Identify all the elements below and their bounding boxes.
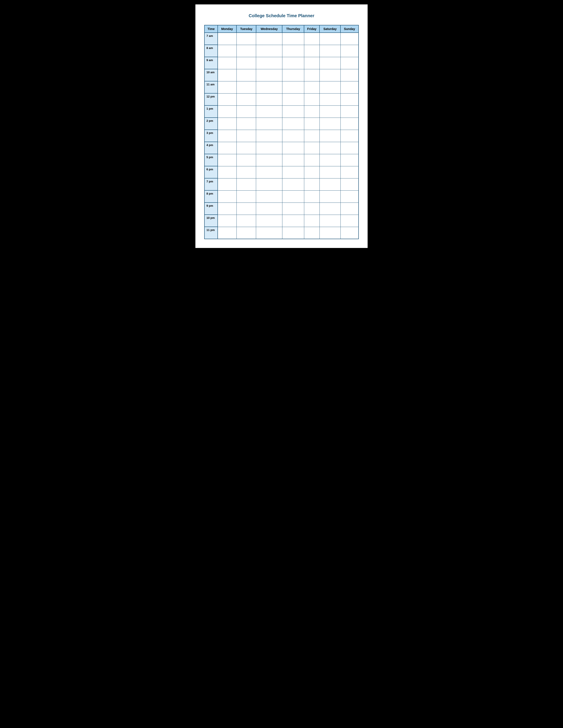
- cell-saturday-7-am[interactable]: [320, 33, 341, 45]
- cell-tuesday-8-pm[interactable]: [236, 190, 256, 203]
- cell-saturday-9-pm[interactable]: [320, 203, 341, 215]
- cell-wednesday-9-am[interactable]: [256, 57, 282, 69]
- cell-wednesday-9-pm[interactable]: [256, 203, 282, 215]
- cell-saturday-8-pm[interactable]: [320, 190, 341, 203]
- cell-monday-5-pm[interactable]: [218, 154, 236, 166]
- cell-wednesday-7-am[interactable]: [256, 33, 282, 45]
- cell-monday-8-pm[interactable]: [218, 190, 236, 203]
- cell-sunday-9-pm[interactable]: [341, 203, 359, 215]
- cell-sunday-9-am[interactable]: [341, 57, 359, 69]
- cell-friday-8-am[interactable]: [304, 45, 320, 57]
- cell-tuesday-12-pm[interactable]: [236, 93, 256, 105]
- cell-thursday-2-pm[interactable]: [282, 118, 304, 130]
- cell-sunday-12-pm[interactable]: [341, 93, 359, 105]
- cell-wednesday-11-pm[interactable]: [256, 227, 282, 239]
- cell-monday-8-am[interactable]: [218, 45, 236, 57]
- cell-tuesday-9-pm[interactable]: [236, 203, 256, 215]
- cell-monday-12-pm[interactable]: [218, 93, 236, 105]
- cell-thursday-3-pm[interactable]: [282, 130, 304, 142]
- cell-tuesday-11-am[interactable]: [236, 81, 256, 93]
- cell-thursday-5-pm[interactable]: [282, 154, 304, 166]
- cell-friday-5-pm[interactable]: [304, 154, 320, 166]
- cell-friday-12-pm[interactable]: [304, 93, 320, 105]
- cell-friday-9-am[interactable]: [304, 57, 320, 69]
- cell-friday-8-pm[interactable]: [304, 190, 320, 203]
- cell-monday-11-pm[interactable]: [218, 227, 236, 239]
- cell-thursday-9-pm[interactable]: [282, 203, 304, 215]
- cell-wednesday-1-pm[interactable]: [256, 105, 282, 118]
- cell-wednesday-4-pm[interactable]: [256, 142, 282, 154]
- cell-thursday-7-am[interactable]: [282, 33, 304, 45]
- cell-tuesday-11-pm[interactable]: [236, 227, 256, 239]
- cell-sunday-11-pm[interactable]: [341, 227, 359, 239]
- cell-monday-7-am[interactable]: [218, 33, 236, 45]
- cell-sunday-8-pm[interactable]: [341, 190, 359, 203]
- cell-monday-1-pm[interactable]: [218, 105, 236, 118]
- cell-saturday-1-pm[interactable]: [320, 105, 341, 118]
- cell-wednesday-3-pm[interactable]: [256, 130, 282, 142]
- cell-thursday-1-pm[interactable]: [282, 105, 304, 118]
- cell-wednesday-8-am[interactable]: [256, 45, 282, 57]
- cell-sunday-2-pm[interactable]: [341, 118, 359, 130]
- cell-saturday-4-pm[interactable]: [320, 142, 341, 154]
- cell-thursday-10-am[interactable]: [282, 69, 304, 81]
- cell-saturday-9-am[interactable]: [320, 57, 341, 69]
- cell-wednesday-7-pm[interactable]: [256, 178, 282, 190]
- cell-tuesday-10-pm[interactable]: [236, 215, 256, 227]
- cell-tuesday-2-pm[interactable]: [236, 118, 256, 130]
- cell-tuesday-7-pm[interactable]: [236, 178, 256, 190]
- cell-sunday-4-pm[interactable]: [341, 142, 359, 154]
- cell-saturday-2-pm[interactable]: [320, 118, 341, 130]
- cell-monday-3-pm[interactable]: [218, 130, 236, 142]
- cell-wednesday-5-pm[interactable]: [256, 154, 282, 166]
- cell-monday-10-am[interactable]: [218, 69, 236, 81]
- cell-thursday-9-am[interactable]: [282, 57, 304, 69]
- cell-friday-11-am[interactable]: [304, 81, 320, 93]
- cell-wednesday-8-pm[interactable]: [256, 190, 282, 203]
- cell-monday-7-pm[interactable]: [218, 178, 236, 190]
- cell-sunday-6-pm[interactable]: [341, 166, 359, 178]
- cell-sunday-11-am[interactable]: [341, 81, 359, 93]
- cell-sunday-7-am[interactable]: [341, 33, 359, 45]
- cell-monday-11-am[interactable]: [218, 81, 236, 93]
- cell-friday-10-pm[interactable]: [304, 215, 320, 227]
- cell-friday-7-am[interactable]: [304, 33, 320, 45]
- cell-saturday-8-am[interactable]: [320, 45, 341, 57]
- cell-sunday-1-pm[interactable]: [341, 105, 359, 118]
- cell-saturday-3-pm[interactable]: [320, 130, 341, 142]
- cell-tuesday-1-pm[interactable]: [236, 105, 256, 118]
- cell-wednesday-2-pm[interactable]: [256, 118, 282, 130]
- cell-friday-9-pm[interactable]: [304, 203, 320, 215]
- cell-friday-11-pm[interactable]: [304, 227, 320, 239]
- cell-tuesday-5-pm[interactable]: [236, 154, 256, 166]
- cell-sunday-10-am[interactable]: [341, 69, 359, 81]
- cell-saturday-12-pm[interactable]: [320, 93, 341, 105]
- cell-monday-9-pm[interactable]: [218, 203, 236, 215]
- cell-saturday-7-pm[interactable]: [320, 178, 341, 190]
- cell-monday-2-pm[interactable]: [218, 118, 236, 130]
- cell-tuesday-4-pm[interactable]: [236, 142, 256, 154]
- cell-sunday-3-pm[interactable]: [341, 130, 359, 142]
- cell-tuesday-8-am[interactable]: [236, 45, 256, 57]
- cell-tuesday-10-am[interactable]: [236, 69, 256, 81]
- cell-thursday-11-pm[interactable]: [282, 227, 304, 239]
- cell-friday-4-pm[interactable]: [304, 142, 320, 154]
- cell-friday-7-pm[interactable]: [304, 178, 320, 190]
- cell-friday-6-pm[interactable]: [304, 166, 320, 178]
- cell-thursday-8-pm[interactable]: [282, 190, 304, 203]
- cell-saturday-11-pm[interactable]: [320, 227, 341, 239]
- cell-friday-1-pm[interactable]: [304, 105, 320, 118]
- cell-tuesday-6-pm[interactable]: [236, 166, 256, 178]
- cell-tuesday-7-am[interactable]: [236, 33, 256, 45]
- cell-wednesday-6-pm[interactable]: [256, 166, 282, 178]
- cell-thursday-8-am[interactable]: [282, 45, 304, 57]
- cell-sunday-10-pm[interactable]: [341, 215, 359, 227]
- cell-thursday-7-pm[interactable]: [282, 178, 304, 190]
- cell-monday-4-pm[interactable]: [218, 142, 236, 154]
- cell-wednesday-10-am[interactable]: [256, 69, 282, 81]
- cell-monday-10-pm[interactable]: [218, 215, 236, 227]
- cell-saturday-11-am[interactable]: [320, 81, 341, 93]
- cell-thursday-6-pm[interactable]: [282, 166, 304, 178]
- cell-sunday-7-pm[interactable]: [341, 178, 359, 190]
- cell-friday-2-pm[interactable]: [304, 118, 320, 130]
